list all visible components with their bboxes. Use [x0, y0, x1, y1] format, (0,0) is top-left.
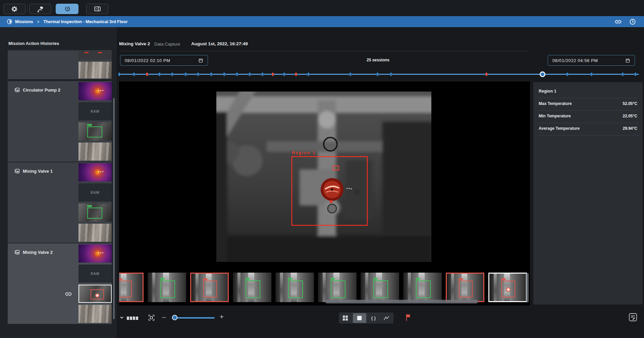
history-thumbnail-selected[interactable] — [78, 285, 112, 303]
timeline-session-dot[interactable] — [210, 72, 212, 76]
fit-screen-button[interactable] — [148, 314, 155, 323]
notes-button[interactable] — [628, 312, 638, 324]
timeline-session-dot[interactable] — [197, 72, 199, 76]
arm-camera-icon — [37, 6, 44, 12]
capture-subtitle: Data Capture — [154, 42, 180, 47]
view-mode-toggle-group: { } — [339, 313, 393, 324]
timeline-session-dot[interactable] — [390, 72, 392, 76]
history-group-mixing-valve-1[interactable]: Mixing Valve 1RAW — [8, 162, 112, 243]
timeline-session-dot[interactable] — [236, 72, 238, 76]
calendar-icon — [198, 58, 203, 63]
zoom-slider-handle[interactable] — [172, 315, 177, 320]
chart-view-button[interactable] — [380, 313, 393, 324]
filmstrip-frame[interactable] — [148, 273, 186, 302]
filmstrip-vertical-scrollbar[interactable] — [526, 273, 529, 302]
history-thumbnail-green[interactable] — [78, 204, 112, 222]
region-panel-title: Region 1 — [539, 89, 556, 94]
timeline-current-handle[interactable] — [540, 71, 545, 77]
timeline-session-dot[interactable] — [223, 72, 225, 76]
grid-view-button[interactable] — [339, 313, 352, 324]
filmstrip-frame[interactable] — [190, 273, 229, 302]
history-thumbnail-dark[interactable] — [78, 51, 112, 60]
gear-icon — [11, 6, 18, 12]
zoom-in-button[interactable]: + — [220, 313, 224, 321]
filmstrip-frame-selected[interactable] — [488, 273, 527, 302]
history-group-circulator-pump-2[interactable]: Circulator Pump 2RAW — [8, 81, 112, 162]
timeline-session-dot[interactable] — [118, 72, 120, 76]
sidebar-scrollbar[interactable] — [113, 98, 115, 319]
timeline-session-dot[interactable] — [376, 72, 379, 76]
timeline-session-dot[interactable] — [158, 72, 161, 76]
filmstrip-frame[interactable] — [275, 273, 314, 302]
zoom-slider-track[interactable] — [172, 317, 215, 319]
image-viewer-canvas[interactable]: Region 1 — [119, 81, 530, 305]
image-stack-icon — [14, 168, 20, 174]
filmstrip-frame[interactable] — [446, 273, 484, 302]
flag-button[interactable] — [405, 314, 412, 323]
clock-icon[interactable] — [629, 18, 636, 25]
zoom-out-button[interactable]: – — [162, 313, 166, 321]
start-date-input[interactable]: 08/01/2022 02:10 PM — [120, 55, 208, 66]
settings-button[interactable] — [3, 4, 25, 14]
history-thumbnail-raw[interactable]: RAW — [78, 265, 112, 283]
filmstrip — [119, 272, 530, 303]
arm-camera-button[interactable] — [29, 4, 51, 14]
history-thumbnail-photo[interactable] — [78, 305, 112, 323]
panel-icon — [94, 6, 101, 12]
stat-value: 22.05°C — [623, 114, 638, 120]
timeline-session-dot[interactable] — [261, 72, 264, 76]
history-thumbnail-green[interactable] — [78, 122, 112, 140]
filmstrip-frame[interactable] — [318, 273, 357, 302]
timeline-session-dot[interactable] — [634, 72, 637, 76]
history-thumbnail-thermal[interactable] — [78, 163, 112, 181]
collapse-filmstrip-button[interactable] — [119, 315, 124, 321]
timeline-session-dot[interactable] — [295, 72, 297, 76]
history-group-label: Circulator Pump 2 — [14, 87, 60, 93]
history-thumbnail-photo[interactable] — [78, 143, 112, 161]
json-view-button[interactable]: { } — [367, 313, 380, 324]
stat-label: Min Temperature — [539, 114, 571, 120]
filmstrip-frame[interactable] — [233, 273, 271, 302]
timeline-session-dot[interactable] — [622, 72, 624, 76]
timeline-session-dot[interactable] — [272, 72, 274, 76]
history-thumbnail-raw[interactable]: RAW — [78, 183, 112, 202]
share-link-icon[interactable] — [614, 18, 622, 25]
timeline-session-dot[interactable] — [184, 72, 187, 76]
capture-title: Mixing Valve 2 — [119, 41, 150, 46]
history-thumbnail-thermal[interactable] — [78, 82, 112, 100]
filmstrip-scrollbar[interactable] — [325, 300, 478, 303]
timeline-session-dot[interactable] — [146, 72, 148, 76]
timeline-session-dot[interactable] — [171, 72, 173, 76]
top-toolbar — [0, 0, 644, 16]
timeline-session-dot[interactable] — [485, 72, 488, 76]
filmstrip-frame[interactable] — [361, 273, 399, 302]
history-thumbnail-raw[interactable]: RAW — [78, 102, 112, 120]
filmstrip-frame[interactable] — [119, 273, 144, 302]
session-count: 25 sessions — [344, 58, 412, 62]
history-group-label: Mixing Valve 2 — [14, 249, 53, 255]
filmstrip-frame[interactable] — [403, 273, 442, 302]
timeline-session-dot[interactable] — [133, 72, 135, 76]
breadcrumb-root[interactable]: Missions — [15, 19, 33, 24]
history-thumbnail-thermal[interactable] — [78, 244, 112, 263]
stat-value: 29.94°C — [623, 126, 638, 133]
timeline-session-dot[interactable] — [590, 72, 593, 76]
stat-label: Average Temperature — [539, 126, 580, 133]
calendar-icon — [625, 58, 630, 63]
history-group-mixing-valve-2[interactable]: Mixing Valve 2RAW — [8, 243, 112, 324]
data-panel-button[interactable] — [86, 4, 108, 14]
timeline-session-dot[interactable] — [283, 72, 285, 76]
history-thumbnail-photo[interactable] — [78, 62, 112, 78]
thumbnail-size-icon[interactable] — [127, 316, 139, 322]
region-stat-row: Max Temperature52.05°C — [539, 101, 637, 108]
history-group[interactable] — [8, 50, 112, 79]
timeline-session-dot[interactable] — [566, 72, 569, 76]
end-date-input[interactable]: 08/01/2022 04:56 PM — [548, 55, 635, 66]
image-stack-icon — [14, 249, 20, 255]
timeline-session-dot[interactable] — [307, 72, 310, 76]
history-button[interactable] — [56, 4, 78, 14]
timeline-session-dot[interactable] — [249, 72, 251, 76]
timeline-session-dot[interactable] — [349, 72, 352, 76]
single-view-button[interactable] — [353, 313, 366, 323]
history-thumbnail-photo[interactable] — [78, 224, 112, 242]
